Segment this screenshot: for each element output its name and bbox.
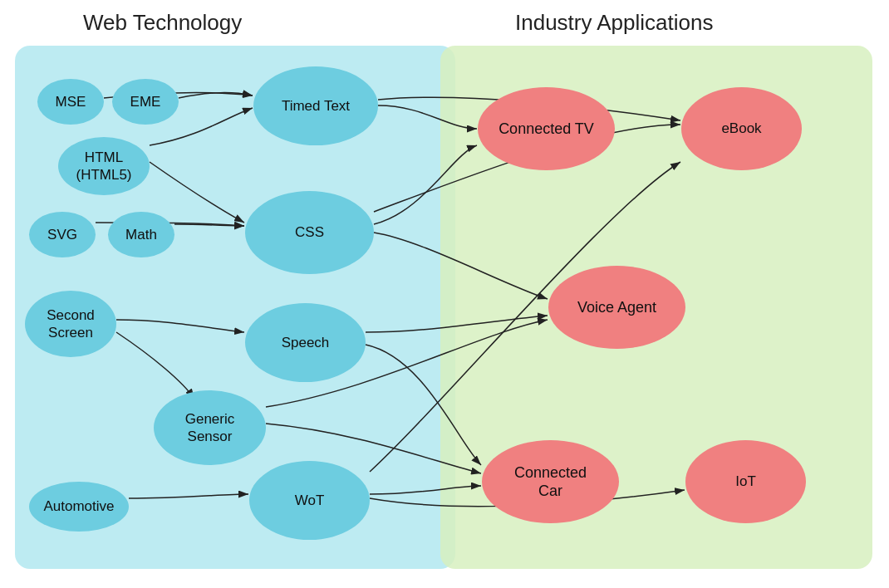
web-technology-title: Web Technology [83,10,242,36]
node-connected_car: ConnectedCar [482,440,619,523]
node-math: Math [108,212,174,257]
node-automotive: Automotive [29,482,129,532]
node-iot: IoT [685,440,806,523]
industry-applications-title: Industry Applications [515,10,713,36]
node-timed_text: Timed Text [253,66,378,145]
node-wot: WoT [249,461,370,540]
node-speech: Speech [245,303,366,382]
node-mse: MSE [37,79,104,125]
node-html: HTML(HTML5) [58,137,150,195]
node-second_screen: SecondScreen [25,291,116,357]
node-connected_tv: Connected TV [478,87,615,170]
node-css: CSS [245,191,374,274]
diagram: Web Technology Industry Applications [0,0,889,588]
node-svg: SVG [29,212,96,257]
node-generic_sensor: GenericSensor [154,390,266,465]
node-ebook: eBook [681,87,802,170]
node-voice_agent: Voice Agent [548,266,685,349]
node-eme: EME [112,79,179,125]
